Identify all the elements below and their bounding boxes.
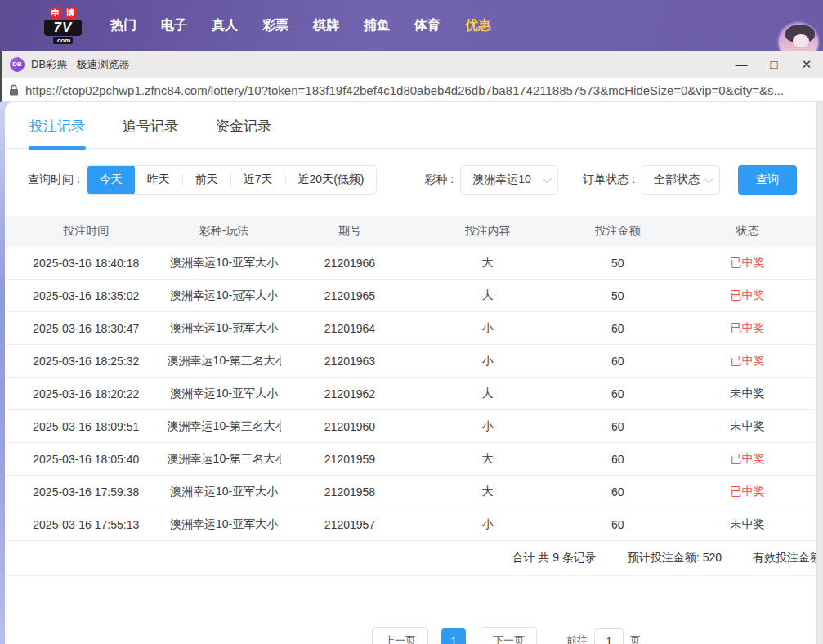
column-header: 彩种-玩法 [168,224,281,239]
cell-status: 未中奖 [678,387,816,401]
table-row: 2025-03-16 18:05:40澳洲幸运10-第三名大小21201959大… [5,443,816,476]
logo-suffix: .com [53,37,74,44]
table-row: 2025-03-16 18:09:51澳洲幸运10-第三名大小21201960小… [5,410,816,443]
nav-item-棋牌[interactable]: 棋牌 [301,0,351,51]
cell-lottery-play: 澳洲幸运10-亚军大小 [168,517,281,532]
cell-lottery-play: 澳洲幸运10-亚军大小 [168,256,281,271]
time-option-今天[interactable]: 今天 [87,165,135,195]
column-header: 期号 [281,224,419,239]
lock-icon [9,84,19,96]
url-text[interactable]: https://ctop02pchwp1.zfnc84.com/lottery/… [25,83,784,97]
logo-badge-2: 博 [65,7,77,19]
window-title: DB彩票 - 极速浏览器 [31,57,130,72]
table-row: 2025-03-16 18:35:02澳洲幸运10-冠军大小21201965大5… [5,280,816,312]
cell-bet-amount: 60 [557,453,678,466]
nav-item-真人[interactable]: 真人 [199,0,250,51]
cell-bet-amount: 60 [557,420,678,433]
column-header: 投注内容 [418,224,557,239]
cell-lottery-play: 澳洲幸运10-亚军大小 [168,387,281,401]
cell-bet-content: 小 [418,419,557,434]
browser-urlbar[interactable]: https://ctop02pchwp1.zfnc84.com/lottery/… [0,78,823,102]
cell-lottery-play: 澳洲幸运10-亚军大小 [168,485,281,499]
cell-lottery-play: 澳洲幸运10-第三名大小 [168,354,281,369]
cell-bet-time: 2025-03-16 18:05:40 [5,453,168,466]
cell-bet-time: 2025-03-16 18:30:47 [5,322,168,335]
cell-status: 未中奖 [678,517,816,532]
cell-status: 已中奖 [678,256,816,271]
time-filter-label: 查询时间 : [28,172,80,187]
cell-status: 已中奖 [678,485,816,499]
order-status-select[interactable]: 全部状态 [642,165,720,195]
maximize-icon[interactable]: □ [758,51,790,78]
nav-item-体育[interactable]: 体育 [402,0,453,51]
next-page-button[interactable]: 下一页 [481,627,537,644]
page-background: 投注记录 追号记录 资金记录 查询时间 : 今天昨天前天近7天近20天(低频) … [0,102,823,644]
cell-bet-time: 2025-03-16 18:09:51 [5,420,168,433]
table-row: 2025-03-16 18:30:47澳洲幸运10-冠军大小21201964小6… [5,312,816,345]
table-row: 2025-03-16 18:40:18澳洲幸运10-亚军大小21201966大5… [5,247,816,280]
lottery-select[interactable]: 澳洲幸运10 [460,165,558,195]
logo-badges: 申 博 [50,7,77,19]
nav-item-优惠[interactable]: 优惠 [453,0,503,51]
search-button[interactable]: 查询 [738,165,797,195]
cell-issue-number: 21201965 [281,289,419,302]
cell-issue-number: 21201958 [281,485,419,499]
nav-item-彩票[interactable]: 彩票 [250,0,301,51]
cell-lottery-play: 澳洲幸运10-第三名大小 [168,452,281,467]
table-body: 2025-03-16 18:40:18澳洲幸运10-亚军大小21201966大5… [5,247,816,541]
tab-bet-records[interactable]: 投注记录 [29,117,85,148]
user-avatar[interactable] [777,21,820,51]
time-option-近20天(低频)[interactable]: 近20天(低频) [286,165,377,195]
cell-issue-number: 21201957 [281,518,419,531]
goto-page-label: 前往 [566,633,588,644]
cell-bet-content: 大 [418,256,557,271]
table-row: 2025-03-16 18:25:32澳洲幸运10-第三名大小21201963小… [5,345,816,378]
cell-bet-content: 大 [418,288,557,303]
pagination: 上一页 1 下一页 前往 页 [372,628,816,644]
time-option-近7天[interactable]: 近7天 [231,165,285,195]
cell-issue-number: 21201964 [281,322,419,335]
close-icon[interactable]: ✕ [790,51,823,78]
time-option-前天[interactable]: 前天 [183,165,230,195]
cell-issue-number: 21201959 [281,453,419,466]
cell-bet-content: 小 [418,354,557,369]
main-content: 投注记录 追号记录 资金记录 查询时间 : 今天昨天前天近7天近20天(低频) … [5,102,816,644]
cell-lottery-play: 澳洲幸运10-冠军大小 [168,288,281,303]
logo-badge-1: 申 [50,7,62,19]
lottery-filter-label: 彩种 : [424,172,454,187]
nav-item-电子[interactable]: 电子 [149,0,199,51]
tab-fund-records[interactable]: 资金记录 [216,117,271,148]
nav-item-捕鱼[interactable]: 捕鱼 [351,0,402,51]
chevron-down-icon [543,174,552,183]
logo-text: 7V [44,20,82,36]
cell-bet-time: 2025-03-16 18:25:32 [5,355,168,368]
cell-status: 已中奖 [678,288,816,303]
cell-bet-amount: 50 [557,289,678,302]
cell-status: 已中奖 [678,452,816,467]
tab-chase-records[interactable]: 追号记录 [123,117,178,148]
cell-bet-amount: 50 [557,257,678,270]
cell-issue-number: 21201963 [281,355,419,368]
minimize-icon[interactable]: — [725,51,758,78]
browser-titlebar: DB DB彩票 - 极速浏览器 — □ ✕ [0,51,823,78]
summary-valid-amount: 有效投注金额 [753,551,816,566]
cell-bet-content: 小 [418,517,557,532]
status-filter-label: 订单状态 : [583,172,635,187]
column-header: 投注金额 [557,224,678,239]
cell-bet-content: 大 [418,387,557,401]
table-row: 2025-03-16 18:20:22澳洲幸运10-亚军大小21201962大6… [5,378,816,410]
cell-bet-amount: 60 [557,485,678,499]
prev-page-button[interactable]: 上一页 [372,627,428,644]
summary-total: 合计 共 9 条记录 [512,551,596,566]
cell-status: 已中奖 [678,321,816,336]
current-page-button[interactable]: 1 [441,628,466,644]
time-option-昨天[interactable]: 昨天 [135,165,182,195]
vertical-scrollbar[interactable] [816,102,823,644]
nav-menu: 热门电子真人彩票棋牌捕鱼体育优惠 [98,0,503,51]
browser-tab-favicon-icon: DB [10,57,25,72]
cell-status: 未中奖 [678,419,816,434]
goto-page-input[interactable] [594,628,624,644]
site-logo[interactable]: 申 博 7V .com [39,7,87,44]
page-unit-label: 页 [630,633,641,644]
nav-item-热门[interactable]: 热门 [98,0,149,51]
